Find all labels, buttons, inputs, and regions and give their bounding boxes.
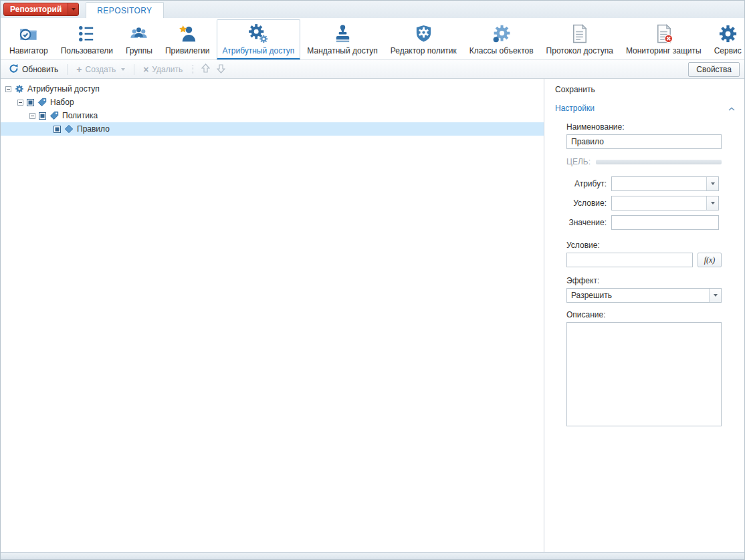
ribbon-item-label: Мониторинг защиты [626,46,702,55]
condition-dropdown[interactable] [611,196,719,211]
object-classes-icon [491,22,512,45]
properties-label: Свойства [696,65,732,74]
ribbon-item-policy-editor[interactable]: Редактор политик [385,19,463,59]
ribbon-item-label: Атрибутный доступ [223,46,295,55]
gear-icon [15,84,24,94]
ribbon-item-label: Группы [126,46,152,55]
ribbon-item-attribute-access[interactable]: Атрибутный доступ [217,19,301,59]
name-input[interactable] [566,134,722,149]
condition-label: Условие: [566,198,607,208]
chevron-down-icon[interactable] [68,3,78,15]
ribbon-item-label: Привилегии [165,46,210,55]
window-tab-bar: Репозиторий REPOSITORY [1,1,744,18]
users-icon [76,22,97,45]
delete-label: Удалить [152,65,183,74]
dropdown-arrow-icon[interactable] [709,289,721,302]
tree-expander[interactable] [29,113,35,119]
move-down-button[interactable] [214,62,228,77]
tab-repository[interactable]: REPOSITORY [86,2,163,18]
save-button[interactable]: Сохранить [555,85,595,94]
create-label: Создать [86,65,116,74]
ribbon-item-service[interactable]: Сервис [708,19,745,59]
tree-row-attribute-access[interactable]: Атрибутный доступ [1,82,544,96]
move-up-button[interactable] [199,62,213,77]
tree-row-set[interactable]: Набор [1,96,544,109]
description-label: Описание: [566,310,722,319]
dropdown-arrow-icon[interactable] [706,177,718,190]
tab-repository-label: REPOSITORY [97,6,152,15]
dropdown-arrow-icon[interactable] [706,196,718,210]
ribbon-item-label: Протокол доступа [546,46,613,55]
ribbon-item-security-monitoring[interactable]: Мониторинг защиты [620,19,708,59]
condition-dropdown-value [612,196,706,210]
tree-checkbox[interactable] [54,126,61,133]
effect-dropdown-value: Разрешить [567,289,709,302]
ribbon: Навигатор Пользователи Группы [1,18,744,60]
tree-expander[interactable] [5,86,11,92]
properties-panel: Сохранить Настройки Наименование: ЦЕЛЬ: … [544,79,744,552]
ribbon-item-label: Навигатор [9,46,48,55]
ribbon-item-navigator[interactable]: Навигатор [3,19,54,59]
attribute-dropdown-value [612,177,706,190]
settings-section-header[interactable]: Настройки [544,98,744,118]
chevron-down-icon [121,68,125,71]
name-label: Наименование: [566,122,722,132]
effect-label: Эффект: [566,276,722,285]
ribbon-item-label: Сервис [714,46,742,55]
tag-icon [37,98,47,107]
value-input[interactable] [611,215,719,230]
refresh-button[interactable]: Обновить [4,61,63,78]
service-icon [718,22,738,45]
tree-row-label: Набор [50,98,74,107]
panel-toolbar: Сохранить [544,79,744,98]
privileges-icon [177,22,198,45]
tag-icon [49,111,59,120]
tree-checkbox[interactable] [27,99,34,106]
settings-section-label: Настройки [555,104,595,113]
condition-expression-input[interactable] [566,253,693,267]
security-monitoring-icon [653,22,674,45]
toolbar-separator [134,64,134,75]
ribbon-item-label: Классы объектов [469,46,534,55]
policy-editor-icon [413,22,434,45]
tree-row-label: Политика [62,111,98,120]
main-content: Атрибутный доступ Набор Политика Правило [1,79,744,552]
fx-button[interactable]: f(x) [698,253,722,267]
attribute-dropdown[interactable] [611,176,719,191]
ribbon-item-groups[interactable]: Группы [120,19,158,59]
target-separator-bar [596,160,722,164]
description-textarea[interactable] [566,322,722,426]
attribute-label: Атрибут: [566,179,607,188]
target-separator: ЦЕЛЬ: [566,157,722,166]
ribbon-item-label: Пользователи [61,46,113,55]
repository-button-label: Репозиторий [4,3,68,15]
tree-row-policy[interactable]: Политика [1,109,544,122]
ribbon-item-mandatory-access[interactable]: Мандатный доступ [301,19,383,59]
navigator-icon [18,22,39,45]
effect-dropdown[interactable]: Разрешить [566,288,722,303]
collapse-chevron-icon[interactable] [728,104,735,113]
properties-button[interactable]: Свойства [688,62,740,77]
refresh-icon [9,63,19,76]
ribbon-item-users[interactable]: Пользователи [55,19,119,59]
diamond-icon [64,124,74,134]
repository-menu-button[interactable]: Репозиторий [3,3,79,16]
ribbon-item-privileges[interactable]: Привилегии [159,19,216,59]
delete-icon: × [143,65,148,74]
settings-form: Наименование: ЦЕЛЬ: Атрибут: Условие: [544,118,744,436]
plus-icon: + [76,65,82,74]
condition-expression-label: Условие: [566,241,722,250]
ribbon-item-object-classes[interactable]: Классы объектов [463,19,540,59]
tree-expander[interactable] [17,100,23,106]
move-down-icon [217,63,225,76]
delete-button[interactable]: × Удалить [138,63,187,76]
create-button[interactable]: + Создать [72,63,130,76]
tree-row-rule[interactable]: Правило [1,122,544,136]
ribbon-item-label: Мандатный доступ [307,46,377,55]
attribute-access-icon [248,22,269,45]
tree-checkbox[interactable] [39,112,46,120]
ribbon-item-access-protocol[interactable]: Протокол доступа [540,19,619,59]
status-bar [1,552,744,559]
value-label: Значение: [566,218,607,227]
refresh-label: Обновить [22,65,58,74]
